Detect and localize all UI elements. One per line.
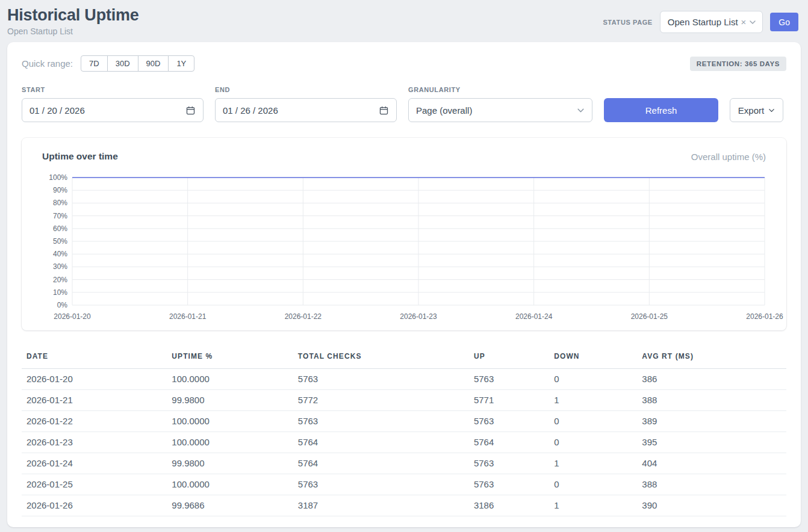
column-header: UPTIME % bbox=[167, 346, 293, 369]
table-cell: 404 bbox=[637, 453, 786, 474]
table-cell: 2026-01-24 bbox=[22, 453, 167, 474]
chevron-down-icon bbox=[768, 107, 775, 114]
start-date-value: 01 / 20 / 2026 bbox=[30, 105, 85, 116]
quick-range-label: Quick range: bbox=[22, 58, 73, 69]
table-cell: 388 bbox=[637, 390, 786, 411]
title-block: Historical Uptime Open Startup List bbox=[7, 6, 139, 36]
uptime-table-body: 2026-01-20100.00005763576303862026-01-21… bbox=[22, 369, 786, 516]
table-cell: 5763 bbox=[293, 369, 469, 390]
go-button[interactable]: Go bbox=[770, 13, 798, 31]
table-cell: 5764 bbox=[293, 432, 469, 453]
quick-range-30d-button[interactable]: 30D bbox=[107, 55, 138, 72]
column-header: UP bbox=[469, 346, 549, 369]
svg-text:2026-01-25: 2026-01-25 bbox=[631, 312, 668, 321]
table-row: 2026-01-23100.0000576457640395 bbox=[22, 432, 786, 453]
table-cell: 2026-01-25 bbox=[22, 474, 167, 495]
quick-range-7d-button[interactable]: 7D bbox=[81, 55, 108, 72]
svg-text:100%: 100% bbox=[49, 173, 67, 182]
table-row: 2026-01-2499.9800576457631404 bbox=[22, 453, 786, 474]
main-panel: Quick range: 7D 30D 90D 1Y RETENTION: 36… bbox=[7, 42, 801, 527]
table-cell: 3186 bbox=[469, 495, 549, 516]
table-cell: 0 bbox=[549, 369, 637, 390]
table-cell: 5763 bbox=[469, 411, 549, 432]
table-cell: 99.9686 bbox=[167, 495, 293, 516]
svg-text:30%: 30% bbox=[53, 262, 67, 271]
svg-text:50%: 50% bbox=[53, 237, 67, 246]
retention-badge: RETENTION: 365 DAYS bbox=[690, 57, 786, 71]
table-row: 2026-01-2699.9686318731861390 bbox=[22, 495, 786, 516]
table-cell: 100.0000 bbox=[167, 411, 293, 432]
quick-range-1y-button[interactable]: 1Y bbox=[168, 55, 194, 72]
table-cell: 5763 bbox=[469, 369, 549, 390]
uptime-chart-card: Uptime over time Overall uptime (%) 0%10… bbox=[22, 138, 786, 330]
page-subtitle: Open Startup List bbox=[7, 26, 139, 36]
end-date-label: END bbox=[215, 86, 397, 93]
quick-range-90d-button[interactable]: 90D bbox=[138, 55, 169, 72]
table-cell: 2026-01-22 bbox=[22, 411, 167, 432]
table-cell: 386 bbox=[637, 369, 786, 390]
table-cell: 395 bbox=[637, 432, 786, 453]
table-cell: 389 bbox=[637, 411, 786, 432]
table-cell: 2026-01-21 bbox=[22, 390, 167, 411]
svg-text:40%: 40% bbox=[53, 250, 67, 258]
granularity-select[interactable]: Page (overall) bbox=[408, 98, 592, 122]
calendar-icon[interactable] bbox=[185, 105, 196, 116]
svg-text:0%: 0% bbox=[57, 301, 68, 309]
page-header: Historical Uptime Open Startup List STAT… bbox=[0, 0, 808, 41]
chart-legend: Overall uptime (%) bbox=[691, 152, 766, 162]
export-button[interactable]: Export bbox=[730, 98, 783, 122]
chart-header: Uptime over time Overall uptime (%) bbox=[35, 151, 773, 162]
table-row: 2026-01-25100.0000576357630388 bbox=[22, 474, 786, 495]
table-cell: 0 bbox=[549, 411, 637, 432]
chevron-down-icon bbox=[577, 107, 585, 114]
table-cell: 5764 bbox=[469, 432, 549, 453]
svg-text:2026-01-24: 2026-01-24 bbox=[515, 312, 553, 321]
svg-text:70%: 70% bbox=[53, 212, 67, 220]
granularity-field: GRANULARITY Page (overall) bbox=[408, 86, 592, 122]
granularity-label: GRANULARITY bbox=[408, 86, 592, 93]
svg-text:2026-01-20: 2026-01-20 bbox=[54, 312, 91, 321]
svg-text:60%: 60% bbox=[53, 224, 67, 233]
table-cell: 0 bbox=[549, 474, 637, 495]
clear-icon[interactable]: × bbox=[741, 17, 747, 26]
calendar-icon[interactable] bbox=[379, 105, 389, 116]
svg-text:2026-01-22: 2026-01-22 bbox=[285, 312, 322, 321]
table-cell: 390 bbox=[637, 495, 786, 516]
table-cell: 5763 bbox=[469, 474, 549, 495]
filters-row: START 01 / 20 / 2026 END 01 / 26 / 2026 bbox=[22, 86, 786, 122]
svg-text:20%: 20% bbox=[53, 276, 67, 284]
table-cell: 2026-01-26 bbox=[22, 495, 167, 516]
table-cell: 1 bbox=[549, 495, 637, 516]
page-title: Historical Uptime bbox=[7, 6, 139, 25]
table-cell: 388 bbox=[637, 474, 786, 495]
end-date-field: END 01 / 26 / 2026 bbox=[215, 86, 397, 122]
granularity-value: Page (overall) bbox=[416, 105, 472, 116]
svg-text:10%: 10% bbox=[53, 288, 67, 297]
quick-range-row: Quick range: 7D 30D 90D 1Y RETENTION: 36… bbox=[22, 55, 786, 72]
table-cell: 100.0000 bbox=[167, 369, 293, 390]
svg-text:90%: 90% bbox=[53, 186, 67, 194]
column-header: DOWN bbox=[549, 346, 637, 369]
refresh-button[interactable]: Refresh bbox=[604, 98, 718, 122]
table-cell: 1 bbox=[549, 390, 637, 411]
status-page-label: STATUS PAGE bbox=[603, 19, 652, 26]
table-cell: 100.0000 bbox=[167, 432, 293, 453]
svg-text:2026-01-21: 2026-01-21 bbox=[169, 312, 207, 321]
start-date-input[interactable]: 01 / 20 / 2026 bbox=[22, 98, 204, 122]
column-header: TOTAL CHECKS bbox=[293, 346, 469, 369]
table-cell: 99.9800 bbox=[167, 453, 293, 474]
column-header: DATE bbox=[22, 346, 167, 369]
table-row: 2026-01-2199.9800577257711388 bbox=[22, 390, 786, 411]
chart-title: Uptime over time bbox=[42, 151, 118, 162]
export-label: Export bbox=[738, 105, 764, 116]
table-cell: 5763 bbox=[293, 411, 469, 432]
table-cell: 0 bbox=[549, 432, 637, 453]
status-page-value: Open Startup List bbox=[668, 17, 738, 27]
table-row: 2026-01-20100.0000576357630386 bbox=[22, 369, 786, 390]
status-page-select[interactable]: Open Startup List × bbox=[660, 11, 763, 33]
uptime-table: DATEUPTIME %TOTAL CHECKSUPDOWNAVG RT (MS… bbox=[22, 346, 786, 516]
table-cell: 5771 bbox=[469, 390, 549, 411]
end-date-input[interactable]: 01 / 26 / 2026 bbox=[215, 98, 397, 122]
table-cell: 1 bbox=[549, 453, 637, 474]
table-row: 2026-01-22100.0000576357630389 bbox=[22, 411, 786, 432]
